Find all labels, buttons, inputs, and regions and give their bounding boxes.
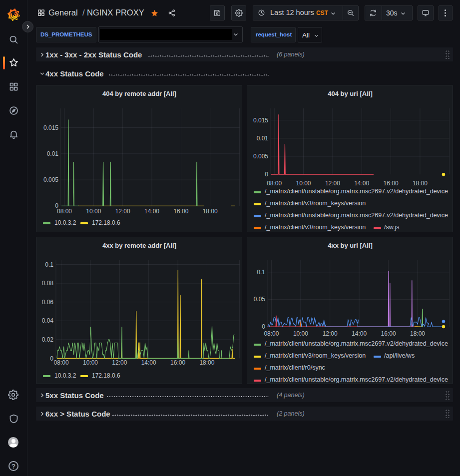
svg-text:0: 0 [262, 323, 265, 330]
svg-text:10:00: 10:00 [86, 208, 101, 215]
svg-text:10:00: 10:00 [296, 180, 311, 187]
svg-text:12:00: 12:00 [112, 359, 127, 366]
svg-text:4xx by remote addr [All]: 4xx by remote addr [All] [102, 242, 176, 249]
svg-text:16:00: 16:00 [384, 180, 399, 187]
svg-text:0.05: 0.05 [254, 296, 266, 303]
svg-text:08:00: 08:00 [54, 359, 69, 366]
svg-text:18:00: 18:00 [413, 180, 428, 187]
svg-text:0.04: 0.04 [42, 317, 54, 324]
svg-text:10:00: 10:00 [83, 359, 98, 366]
svg-text:0.1: 0.1 [45, 261, 53, 268]
svg-text:0.06: 0.06 [42, 299, 54, 306]
svg-text:16:00: 16:00 [381, 330, 396, 337]
svg-text:404 by uri [All]: 404 by uri [All] [328, 90, 373, 97]
svg-text:18:00: 18:00 [203, 208, 218, 215]
svg-text:18:00: 18:00 [410, 330, 425, 337]
svg-text:12:00: 12:00 [323, 330, 338, 337]
svg-text:4xx by uri [All]: 4xx by uri [All] [328, 242, 373, 249]
svg-text:18:00: 18:00 [199, 359, 214, 366]
svg-text:12:00: 12:00 [325, 180, 340, 187]
svg-text:0.1: 0.1 [257, 269, 265, 276]
svg-text:14:00: 14:00 [144, 208, 159, 215]
svg-text:08:00: 08:00 [264, 330, 279, 337]
svg-text:12:00: 12:00 [115, 208, 130, 215]
svg-text:08:00: 08:00 [267, 180, 282, 187]
svg-text:0.01: 0.01 [47, 150, 59, 157]
svg-text:0.015: 0.015 [43, 124, 58, 131]
svg-text:0.005: 0.005 [253, 153, 268, 160]
svg-text:10:00: 10:00 [293, 330, 308, 337]
svg-text:16:00: 16:00 [170, 359, 185, 366]
svg-text:16:00: 16:00 [173, 208, 188, 215]
svg-text:0: 0 [50, 355, 53, 362]
svg-text:0.015: 0.015 [253, 117, 268, 124]
svg-text:14:00: 14:00 [352, 330, 367, 337]
svg-text:0.08: 0.08 [42, 280, 54, 287]
svg-text:14:00: 14:00 [354, 180, 369, 187]
svg-text:0.005: 0.005 [43, 176, 58, 183]
svg-text:14:00: 14:00 [141, 359, 156, 366]
svg-text:404 by remote addr [All]: 404 by remote addr [All] [102, 90, 176, 97]
svg-text:0.01: 0.01 [257, 135, 269, 142]
svg-text:0.02: 0.02 [42, 336, 54, 343]
svg-text:08:00: 08:00 [57, 208, 72, 215]
svg-text:0: 0 [265, 171, 268, 178]
